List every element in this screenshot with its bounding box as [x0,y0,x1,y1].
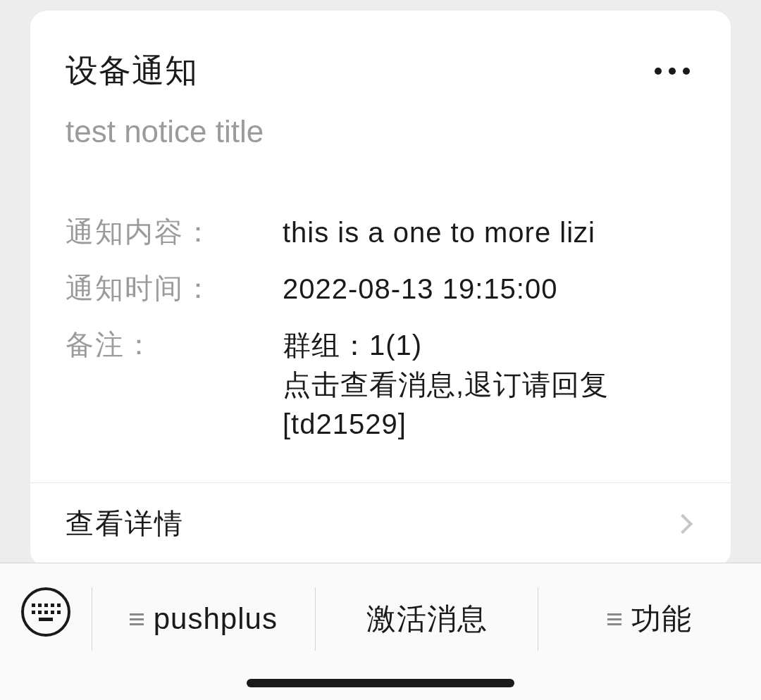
tab-functions[interactable]: 功能 [538,587,761,651]
notification-card: 设备通知 test notice title 通知内容： this is a o… [30,11,731,567]
row-value: this is a one to more lizi [283,213,595,252]
more-icon[interactable] [655,68,695,75]
row-value: 群组：1(1) 点击查看消息,退订请回复[td21529] [283,325,695,444]
row-label: 通知内容： [66,213,283,251]
view-details-button[interactable]: 查看详情 [30,482,731,567]
menu-icon [607,613,621,625]
keyboard-icon [21,587,70,637]
tab-label: 功能 [631,599,692,639]
menu-icon [130,613,144,625]
chevron-right-icon [673,513,693,533]
home-indicator[interactable] [247,679,514,687]
tab-pushplus[interactable]: pushplus [92,587,315,651]
card-title: 设备通知 [66,49,198,93]
card-body: 通知内容： this is a one to more lizi 通知时间： 2… [30,149,731,482]
tab-label: 激活消息 [366,599,488,639]
row-label: 通知时间： [66,269,283,308]
row-content: 通知内容： this is a one to more lizi [66,213,695,252]
card-subtitle: test notice title [30,93,731,149]
row-time: 通知时间： 2022-08-13 19:15:00 [66,269,695,308]
row-remark: 备注： 群组：1(1) 点击查看消息,退订请回复[td21529] [66,325,695,444]
keyboard-button[interactable] [0,587,92,637]
card-header: 设备通知 [30,11,731,93]
row-value: 2022-08-13 19:15:00 [283,269,557,308]
tab-activate[interactable]: 激活消息 [315,587,538,651]
footer-text: 查看详情 [66,504,184,543]
tab-label: pushplus [154,602,278,636]
row-label: 备注： [66,325,283,364]
